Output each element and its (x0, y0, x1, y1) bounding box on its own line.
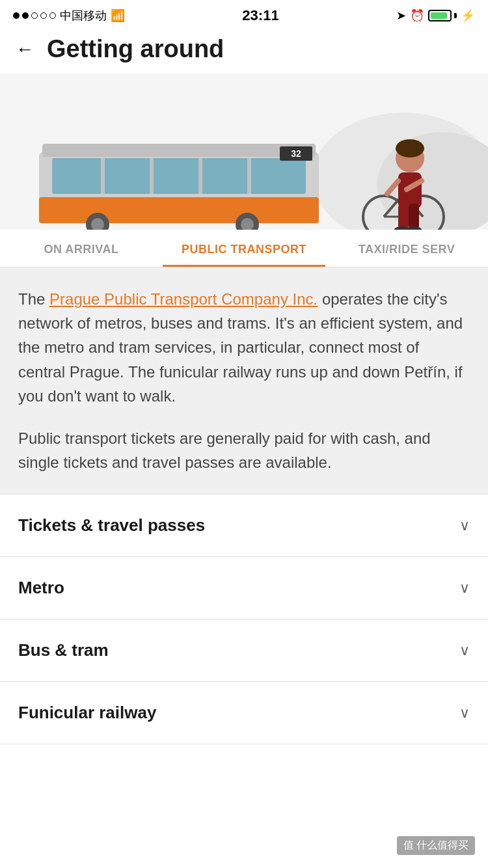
content-paragraph-1: The Prague Public Transport Company Inc.… (18, 287, 470, 408)
svg-rect-9 (42, 144, 316, 157)
prague-transport-link[interactable]: Prague Public Transport Company Inc. (49, 290, 318, 308)
battery-body (428, 10, 452, 21)
accordion-label-metro: Metro (18, 578, 64, 598)
accordion-label-tickets: Tickets & travel passes (18, 515, 205, 536)
battery-fill (431, 12, 447, 19)
tab-public-transport[interactable]: PUBLIC TRANSPORT (163, 230, 325, 267)
location-icon: ➤ (396, 8, 406, 23)
status-left: 中国移动 📶 (13, 8, 125, 23)
accordion-item-bus-tram[interactable]: Bus & tram ∨ (0, 619, 488, 682)
chevron-down-icon-tickets: ∨ (459, 517, 470, 534)
svg-rect-5 (101, 158, 105, 194)
back-button[interactable]: ← (16, 39, 34, 60)
svg-rect-3 (39, 197, 319, 223)
tabs-container: ON ARRIVAL PUBLIC TRANSPORT TAXI/RIDE SE… (0, 230, 488, 267)
tab-on-arrival[interactable]: ON ARRIVAL (0, 230, 163, 267)
signal-dot-1 (13, 12, 20, 19)
chevron-down-icon-metro: ∨ (459, 580, 470, 597)
hero-svg: 32 (0, 74, 488, 230)
tab-taxi[interactable]: TAXI/RIDE SERV (325, 230, 488, 267)
page-title: Getting around (47, 35, 224, 63)
chevron-down-icon-bus-tram: ∨ (459, 642, 470, 659)
accordion-label-funicular: Funicular railway (18, 703, 156, 723)
status-time: 23:11 (242, 7, 278, 24)
alarm-icon: ⏰ (410, 8, 424, 23)
svg-rect-6 (150, 158, 154, 194)
accordion-item-metro[interactable]: Metro ∨ (0, 557, 488, 619)
svg-rect-7 (198, 158, 202, 194)
content-paragraph-2: Public transport tickets are generally p… (18, 426, 470, 474)
battery-tip (454, 13, 457, 18)
svg-rect-27 (398, 204, 409, 230)
watermark: 值 什么值得买 (397, 836, 475, 855)
status-right: ➤ ⏰ ⚡ (396, 8, 475, 23)
accordion-label-bus-tram: Bus & tram (18, 640, 109, 660)
signal-dot-5 (49, 12, 56, 19)
content-area: The Prague Public Transport Company Inc.… (0, 267, 488, 494)
accordion-container: Tickets & travel passes ∨ Metro ∨ Bus & … (0, 494, 488, 744)
svg-text:32: 32 (291, 148, 301, 159)
signal-dot-3 (31, 12, 38, 19)
signal-dot-2 (22, 12, 29, 19)
chevron-down-icon-funicular: ∨ (459, 705, 470, 722)
wifi-icon: 📶 (111, 8, 125, 23)
carrier-name: 中国移动 (60, 8, 107, 23)
charging-icon: ⚡ (461, 8, 475, 23)
signal-dot-4 (40, 12, 47, 19)
battery-indicator (428, 10, 457, 21)
svg-rect-4 (52, 158, 306, 194)
svg-point-25 (396, 139, 424, 157)
hero-illustration: 32 (0, 74, 488, 230)
page-header: ← Getting around (0, 29, 488, 74)
paragraph-before-link: The (18, 290, 49, 308)
accordion-item-tickets[interactable]: Tickets & travel passes ∨ (0, 494, 488, 557)
accordion-item-funicular[interactable]: Funicular railway ∨ (0, 682, 488, 744)
signal-dots (13, 12, 56, 19)
svg-rect-28 (409, 204, 419, 230)
svg-rect-8 (247, 158, 251, 194)
status-bar: 中国移动 📶 23:11 ➤ ⏰ ⚡ (0, 0, 488, 29)
